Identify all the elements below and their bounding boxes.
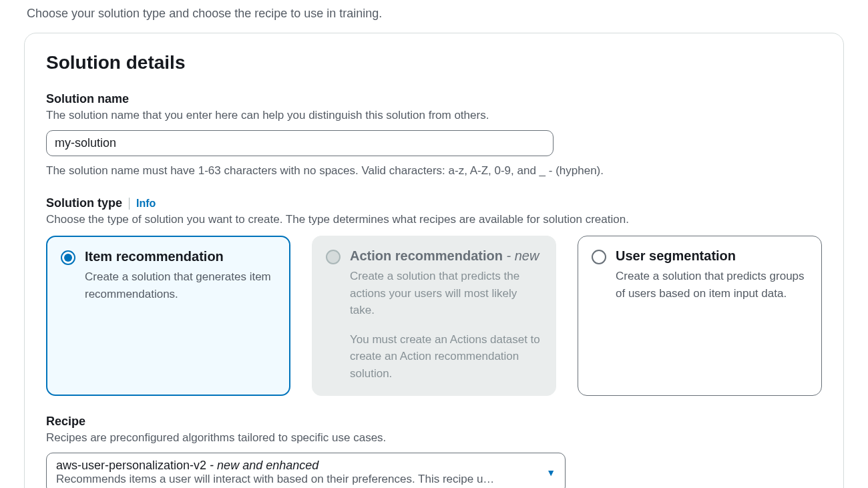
solution-name-constraint: The solution name must have 1-63 charact… <box>46 164 822 178</box>
card-desc: Create a solution that predicts groups o… <box>616 268 808 302</box>
recipe-selected-suffix: - new and enhanced <box>206 459 318 472</box>
radio-icon <box>326 250 341 264</box>
card-title: User segmentation <box>616 248 736 263</box>
solution-name-input[interactable] <box>46 130 554 156</box>
solution-name-desc: The solution name that you enter here ca… <box>46 109 822 122</box>
solution-type-card-item-recommendation[interactable]: Item recommendation Create a solution th… <box>46 236 290 396</box>
info-link[interactable]: Info <box>136 198 156 210</box>
caret-down-icon: ▼ <box>546 467 556 478</box>
recipe-field: Recipe Recipes are preconfigured algorit… <box>46 415 822 488</box>
card-desc: Create a solution that predicts the acti… <box>350 268 542 319</box>
solution-name-label: Solution name <box>46 92 129 106</box>
recipe-select[interactable]: aws-user-personalization-v2 - new and en… <box>46 453 566 488</box>
page-intro-text: Choose your solution type and choose the… <box>0 0 868 33</box>
recipe-desc: Recipes are preconfigured algorithms tai… <box>46 431 822 445</box>
recipe-selected-desc: Recommends items a user will interact wi… <box>56 473 494 486</box>
solution-type-card-action-recommendation: Action recommendation - new Create a sol… <box>312 236 556 396</box>
solution-type-options: Item recommendation Create a solution th… <box>46 236 822 396</box>
divider <box>129 198 130 210</box>
card-title: Item recommendation <box>85 249 224 264</box>
solution-name-field: Solution name The solution name that you… <box>46 92 822 178</box>
solution-type-label: Solution type <box>46 196 122 210</box>
recipe-selected-value: aws-user-personalization-v2 <box>56 459 206 472</box>
radio-icon <box>61 250 75 265</box>
card-title: Action recommendation <box>350 248 503 263</box>
panel-header: Solution details <box>46 52 822 73</box>
solution-details-panel: Solution details Solution name The solut… <box>24 33 844 488</box>
card-desc: Create a solution that generates item re… <box>85 268 276 302</box>
card-title-suffix: - new <box>503 248 539 263</box>
card-note: You must create an Actions dataset to cr… <box>350 331 542 383</box>
solution-type-desc: Choose the type of solution you want to … <box>46 213 822 226</box>
radio-icon <box>592 250 606 264</box>
solution-type-card-user-segmentation[interactable]: User segmentation Create a solution that… <box>578 236 822 396</box>
recipe-label: Recipe <box>46 415 85 429</box>
solution-type-field: Solution type Info Choose the type of so… <box>46 196 822 396</box>
